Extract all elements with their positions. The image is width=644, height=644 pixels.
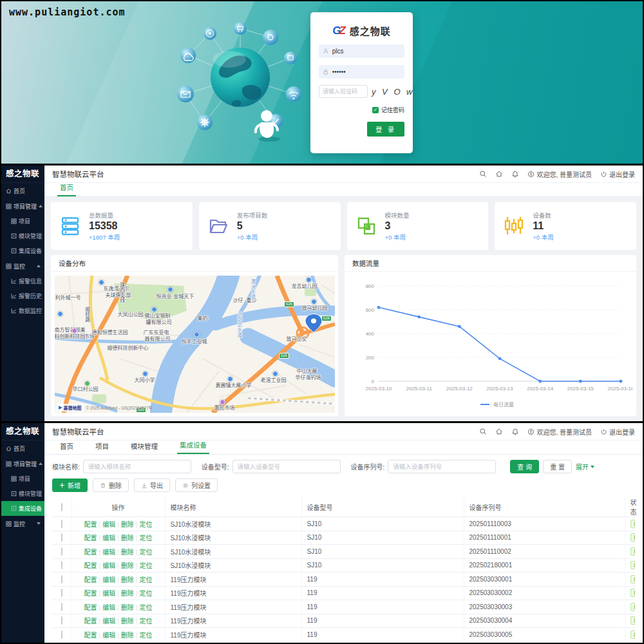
row-action-编辑[interactable]: 编辑 bbox=[102, 576, 115, 583]
sidebar-item-报警历史[interactable]: 报警历史 bbox=[1, 289, 44, 303]
login-button[interactable]: 登 录 bbox=[367, 122, 404, 137]
row-action-删除[interactable]: 删除 bbox=[121, 618, 134, 625]
row-action-配置[interactable]: 配置 bbox=[84, 590, 97, 597]
row-action-删除[interactable]: 删除 bbox=[121, 535, 134, 542]
row-action-定位[interactable]: 定位 bbox=[139, 576, 152, 583]
tab-集成设备[interactable]: 集成设备 bbox=[177, 440, 209, 454]
row-action-删除[interactable]: 删除 bbox=[121, 521, 134, 528]
device-distribution-map[interactable]: 东逸湾高尔夫球俱乐部大凤山公园利外城一号小黄圃民乐市场顺桂路珠西支线恒兆业·金城… bbox=[55, 276, 335, 413]
filter-input[interactable] bbox=[232, 460, 341, 473]
row-action-编辑[interactable]: 编辑 bbox=[102, 604, 115, 611]
logout-button[interactable]: 退出登录 bbox=[600, 427, 635, 437]
captcha-input[interactable] bbox=[319, 85, 368, 98]
filter-input[interactable] bbox=[388, 460, 496, 473]
bell-icon[interactable] bbox=[511, 170, 519, 178]
home-icon[interactable] bbox=[495, 428, 503, 435]
row-action-定位[interactable]: 定位 bbox=[139, 632, 152, 639]
row-checkbox[interactable] bbox=[61, 616, 62, 625]
search-icon[interactable] bbox=[479, 428, 487, 435]
row-action-编辑[interactable]: 编辑 bbox=[102, 549, 115, 556]
row-action-定位[interactable]: 定位 bbox=[139, 535, 152, 542]
sidebar-item-项目管理[interactable]: 项目管理 bbox=[1, 198, 44, 214]
select-all-checkbox[interactable] bbox=[61, 503, 62, 511]
row-action-配置[interactable]: 配置 bbox=[84, 618, 97, 625]
row-action-编辑[interactable]: 编辑 bbox=[102, 521, 115, 528]
row-action-删除[interactable]: 删除 bbox=[121, 604, 134, 611]
sidebar-item-项目管理[interactable]: 项目管理 bbox=[1, 456, 44, 471]
remember-checkbox[interactable]: ✓ bbox=[372, 107, 379, 113]
search-icon[interactable] bbox=[479, 170, 487, 178]
row-checkbox[interactable] bbox=[61, 575, 62, 583]
filter-input[interactable] bbox=[83, 460, 191, 473]
sidebar-item-集成设备[interactable]: 集成设备 bbox=[1, 501, 44, 516]
logout-button[interactable]: 退出登录 bbox=[600, 169, 635, 179]
row-action-配置[interactable]: 配置 bbox=[84, 604, 97, 611]
row-action-定位[interactable]: 定位 bbox=[139, 604, 152, 611]
row-action-定位[interactable]: 定位 bbox=[139, 618, 152, 625]
row-action-定位[interactable]: 定位 bbox=[139, 521, 152, 528]
sidebar-item-模块管理[interactable]: 模块管理 bbox=[1, 486, 44, 501]
sidebar-item-集成设备[interactable]: 集成设备 bbox=[1, 243, 44, 258]
row-action-定位[interactable]: 定位 bbox=[139, 549, 152, 556]
row-action-删除[interactable]: 删除 bbox=[121, 562, 134, 569]
row-action-编辑[interactable]: 编辑 bbox=[102, 562, 115, 569]
row-action-删除[interactable]: 删除 bbox=[121, 632, 134, 639]
删除-button[interactable]: 删除 bbox=[93, 478, 129, 492]
user-menu[interactable]: 欢迎您, 普量测试员 bbox=[527, 427, 592, 437]
home-icon[interactable] bbox=[495, 170, 503, 178]
row-action-删除[interactable]: 删除 bbox=[121, 590, 134, 597]
password-input[interactable] bbox=[332, 68, 401, 75]
row-action-配置[interactable]: 配置 bbox=[84, 632, 97, 639]
username-input[interactable] bbox=[332, 48, 401, 55]
search-button[interactable]: 查 询 bbox=[510, 460, 539, 473]
row-checkbox[interactable] bbox=[61, 589, 62, 597]
row-action-定位[interactable]: 定位 bbox=[139, 562, 152, 569]
sidebar-item-项目[interactable]: 项目 bbox=[1, 471, 44, 486]
列设置-button[interactable]: 列设置 bbox=[175, 478, 218, 492]
row-action-配置[interactable]: 配置 bbox=[84, 521, 97, 528]
daily-flow-line-chart[interactable]: 02004006008002025-03-102025-03-112025-03… bbox=[349, 276, 632, 412]
row-checkbox[interactable] bbox=[61, 561, 62, 569]
box-icon bbox=[11, 491, 17, 497]
row-action-定位[interactable]: 定位 bbox=[139, 590, 152, 597]
row-action-删除[interactable]: 删除 bbox=[121, 549, 134, 556]
row-checkbox[interactable] bbox=[61, 603, 62, 611]
row-action-配置[interactable]: 配置 bbox=[84, 576, 97, 583]
sidebar-item-首页[interactable]: 首页 bbox=[1, 440, 44, 456]
新增-button[interactable]: 新增 bbox=[52, 478, 88, 492]
table-row: 配置|编辑|删除|定位SJ10水浸模块SJ10202501110001启 用 bbox=[52, 531, 635, 545]
row-action-配置[interactable]: 配置 bbox=[84, 535, 97, 542]
user-circle-icon bbox=[527, 171, 535, 178]
row-action-编辑[interactable]: 编辑 bbox=[102, 590, 115, 597]
captcha-image[interactable]: y V O w bbox=[372, 87, 415, 97]
导出-button[interactable]: 导出 bbox=[134, 478, 170, 492]
bell-icon[interactable] bbox=[511, 428, 519, 435]
stat-delta: +1807 本周 bbox=[89, 232, 120, 242]
row-action-删除[interactable]: 删除 bbox=[121, 576, 134, 583]
row-checkbox[interactable] bbox=[61, 533, 62, 542]
expand-toggle[interactable]: 展开 bbox=[576, 462, 594, 471]
user-menu[interactable]: 欢迎您, 普量测试员 bbox=[527, 169, 592, 179]
sidebar-item-监控[interactable]: 监控 bbox=[1, 258, 44, 274]
tab-项目[interactable]: 项目 bbox=[93, 441, 111, 454]
row-checkbox[interactable] bbox=[61, 547, 62, 556]
row-action-配置[interactable]: 配置 bbox=[84, 562, 97, 569]
row-action-编辑[interactable]: 编辑 bbox=[102, 632, 115, 639]
row-action-编辑[interactable]: 编辑 bbox=[102, 618, 115, 625]
tab-首页[interactable]: 首页 bbox=[57, 441, 76, 454]
reset-button[interactable]: 重 置 bbox=[543, 460, 572, 473]
row-checkbox[interactable] bbox=[61, 520, 62, 528]
tab-模块管理[interactable]: 模块管理 bbox=[128, 441, 160, 454]
row-checkbox[interactable] bbox=[61, 630, 62, 639]
grid-icon bbox=[6, 263, 12, 269]
sidebar-item-报警信息[interactable]: 报警信息 bbox=[1, 274, 44, 289]
row-action-编辑[interactable]: 编辑 bbox=[102, 535, 115, 542]
sidebar-item-项目[interactable]: 项目 bbox=[1, 214, 44, 229]
map-label: 大冈小学 bbox=[135, 377, 155, 383]
sidebar-item-监控[interactable]: 监控 bbox=[1, 516, 44, 531]
sidebar-item-首页[interactable]: 首页 bbox=[1, 183, 44, 198]
row-action-配置[interactable]: 配置 bbox=[84, 549, 97, 556]
sidebar-item-数据监控[interactable]: 数据监控 bbox=[1, 303, 44, 318]
sidebar-item-模块管理[interactable]: 模块管理 bbox=[1, 229, 44, 243]
tab-首页[interactable]: 首页 bbox=[57, 182, 76, 196]
